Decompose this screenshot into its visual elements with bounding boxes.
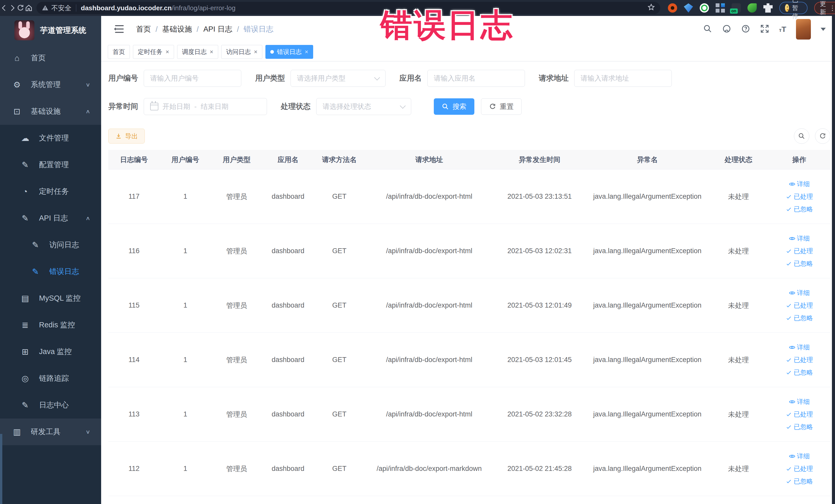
user-type-select[interactable]: 请选择用户类型 (290, 70, 386, 87)
processed-link[interactable]: 已处理 (786, 247, 813, 255)
sidebar-item-文件管理[interactable]: ☁文件管理 (0, 125, 101, 152)
ignored-link[interactable]: 已忽略 (786, 368, 813, 377)
close-icon[interactable]: × (210, 48, 213, 56)
sidebar-item-MySQL 监控[interactable]: ▤MySQL 监控 (0, 285, 101, 312)
ignored-link[interactable]: 已忽略 (786, 314, 813, 322)
check-icon (786, 315, 792, 321)
tag-tab-定时任务[interactable]: 定时任务× (133, 45, 174, 59)
github-icon[interactable] (722, 24, 731, 35)
request-url-input[interactable]: 请输入请求地址 (574, 70, 672, 87)
detail-link[interactable]: 详细 (789, 288, 810, 297)
detail-link[interactable]: 详细 (789, 180, 810, 188)
fullscreen-icon[interactable] (760, 24, 769, 35)
processed-link[interactable]: 已处理 (786, 410, 813, 419)
detail-link[interactable]: 详细 (789, 452, 810, 460)
sidebar-logo-row[interactable]: 芋道管理系统 (0, 16, 101, 45)
export-button[interactable]: 导出 (108, 129, 145, 143)
sidebar-item-研发工具[interactable]: ▥研发工具∨ (0, 419, 101, 445)
blocks-extension-icon[interactable] (716, 3, 725, 13)
sidebar-item-API 日志[interactable]: ✎API 日志∧ (0, 205, 101, 231)
sidebar-item-定时任务[interactable]: ◔定时任务 (0, 178, 101, 205)
exception-cell: java.lang.IllegalArgumentException (586, 301, 709, 309)
font-size-icon[interactable]: тT (779, 25, 786, 34)
update-button[interactable]: 更新 ⋮ (814, 2, 835, 14)
avatar[interactable] (796, 19, 811, 40)
sidebar-item-Redis 监控[interactable]: ≣Redis 监控 (0, 312, 101, 338)
orange-extension-icon[interactable] (668, 3, 677, 13)
bookmark-star-icon[interactable] (647, 3, 655, 13)
detail-link[interactable]: 详细 (789, 234, 810, 243)
processed-link[interactable]: 已处理 (786, 356, 813, 364)
ignored-link[interactable]: 已忽略 (786, 477, 813, 485)
sidebar-item-日志中心[interactable]: ✎日志中心 (0, 392, 101, 419)
sidebar-scrollbar[interactable] (0, 434, 2, 504)
close-icon[interactable]: × (254, 48, 258, 56)
table-row: 1131管理员dashboardGET/api/infra/db-doc/exp… (108, 387, 830, 442)
sidebar-item-基础设施[interactable]: ⊡基础设施∧ (0, 98, 101, 125)
processed-link[interactable]: 已处理 (786, 464, 813, 473)
security-chip[interactable]: 不安全 (42, 4, 72, 13)
processed-link[interactable]: 已处理 (786, 192, 813, 201)
ignored-link[interactable]: 已忽略 (786, 423, 813, 431)
sidebar-item-label: 链路追踪 (39, 373, 69, 384)
paused-extension-pill[interactable]: 已暂停 (779, 2, 808, 14)
tag-tab-访问日志[interactable]: 访问日志× (221, 45, 262, 59)
actions-cell: 详细已处理已忽略 (768, 343, 830, 377)
sidebar-item-Java 监控[interactable]: ⊞Java 监控 (0, 338, 101, 365)
forward-icon[interactable] (8, 2, 16, 14)
leaf-extension-icon[interactable] (748, 3, 757, 13)
tag-tab-错误日志[interactable]: 错误日志× (265, 45, 313, 59)
address-bar[interactable]: 不安全 dashboard.yudao.iocoder.cn/infra/log… (37, 2, 660, 14)
breadcrumb-item[interactable]: 首页 (136, 24, 151, 35)
back-icon[interactable] (0, 2, 8, 14)
breadcrumb-item[interactable]: 基础设施 (162, 24, 192, 35)
close-icon[interactable]: × (166, 48, 169, 56)
puzzle-extension-icon[interactable] (763, 3, 773, 13)
app-name-input[interactable]: 请输入应用名 (427, 70, 525, 87)
breadcrumb-item[interactable]: API 日志 (203, 24, 232, 35)
search-icon[interactable] (703, 24, 712, 35)
column-header: 应用名 (262, 155, 314, 164)
action-label: 详细 (797, 288, 810, 297)
detail-link[interactable]: 详细 (789, 398, 810, 406)
processed-link[interactable]: 已处理 (786, 301, 813, 310)
devtools-icon: ▥ (11, 427, 23, 437)
close-icon[interactable]: × (305, 48, 308, 56)
refresh-table-button[interactable] (815, 128, 830, 144)
chevron-down-icon[interactable] (821, 28, 826, 33)
home-icon: ⌂ (11, 54, 23, 63)
check-extension-icon[interactable] (700, 3, 709, 13)
url-host: dashboard.yudao.iocoder.cn (81, 4, 172, 12)
detail-link[interactable]: 详细 (789, 343, 810, 351)
reset-button[interactable]: 重置 (481, 98, 522, 115)
git-extension-icon[interactable]: on (732, 3, 741, 13)
sidebar-item-链路追踪[interactable]: ◎链路追踪 (0, 365, 101, 392)
sidebar-item-首页[interactable]: ⌂首页 (0, 45, 101, 72)
breadcrumb-separator: / (237, 25, 239, 34)
request-url-cell: /api/infra/db-doc/export-html (365, 410, 493, 418)
sidebar-collapse-icon[interactable] (113, 25, 124, 34)
gem-extension-icon[interactable] (684, 3, 693, 13)
ignored-link[interactable]: 已忽略 (786, 259, 813, 268)
chevron-down-icon: ∨ (85, 429, 90, 435)
request-url-cell: /api/infra/db-doc/export-markdown (365, 465, 493, 473)
user-id-cell: 1 (160, 356, 211, 364)
help-icon[interactable] (741, 24, 750, 35)
home-icon[interactable] (25, 2, 33, 14)
toggle-search-button[interactable] (794, 128, 809, 144)
process-status-select[interactable]: 请选择处理状态 (316, 98, 411, 115)
action-label: 已处理 (794, 301, 813, 310)
sidebar-item-系统管理[interactable]: ⚙系统管理∨ (0, 72, 101, 98)
ignored-link[interactable]: 已忽略 (786, 205, 813, 213)
tab-label: 调度日志 (182, 48, 207, 56)
reload-icon[interactable] (16, 2, 25, 14)
tag-tab-调度日志[interactable]: 调度日志× (177, 45, 218, 59)
sidebar-item-访问日志[interactable]: ✎访问日志 (0, 231, 101, 258)
tag-tab-首页[interactable]: 首页 (108, 45, 130, 59)
date-range-picker[interactable]: 开始日期 - 结束日期 (144, 98, 267, 115)
sidebar-item-错误日志[interactable]: ✎错误日志 (0, 258, 101, 285)
user-id-input[interactable]: 请输入用户编号 (144, 70, 241, 87)
search-button[interactable]: 搜索 (434, 98, 474, 115)
browser-menu-icon[interactable]: ⋮ (829, 4, 835, 12)
sidebar-item-配置管理[interactable]: ✎配置管理 (0, 152, 101, 178)
